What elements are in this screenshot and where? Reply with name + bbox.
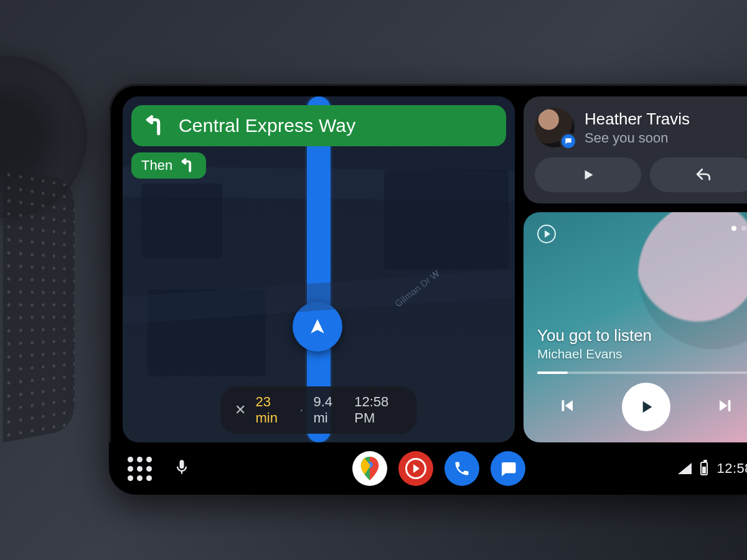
dashboard-speaker [3,167,75,443]
cell-signal-icon [678,463,692,474]
messages-app-button[interactable] [491,451,525,486]
next-step-chip[interactable]: Then [131,152,206,179]
media-source-icon [537,225,556,243]
direction-road-name: Central Express Way [179,115,355,136]
sender-name: Heather Travis [585,110,690,129]
phone-icon [453,460,471,477]
map-block [384,170,509,269]
turn-left-icon [180,157,196,174]
microphone-icon [173,459,190,476]
maps-icon [360,457,379,480]
app-launcher-button[interactable] [128,457,152,481]
page-indicator[interactable] [731,226,747,231]
play-message-button[interactable] [535,157,641,192]
voice-assistant-button[interactable] [173,459,190,478]
messages-app-badge-icon [560,133,577,150]
phone-app-button[interactable] [444,451,479,486]
battery-icon [700,462,708,475]
eta-duration: 23 min [256,394,290,426]
media-card[interactable]: You got to listen Michael Evans [524,212,747,442]
vehicle-marker [293,302,342,352]
map-block [148,289,266,376]
turn-left-icon [144,114,167,138]
previous-track-button[interactable] [557,396,576,418]
separator-dot: · [299,402,303,418]
eta-arrival: 12:58 PM [354,394,403,426]
app-dock: 12:58 [109,442,747,495]
play-pause-button[interactable] [622,383,670,431]
eta-bar[interactable]: ✕ 23 min · 9.4 mi 12:58 PM [221,386,417,434]
skip-previous-icon [557,396,576,415]
map-block [141,184,222,258]
street-label: Gilman Dr W [393,268,441,309]
then-label: Then [141,157,172,174]
reply-button[interactable] [650,157,747,192]
youtube-music-app-button[interactable] [398,451,433,486]
play-icon [580,167,596,183]
status-clock: 12:58 [716,460,747,477]
skip-next-icon [716,396,735,415]
eta-distance: 9.4 mi [313,394,344,426]
playback-progress[interactable] [537,371,747,374]
navigation-arrow-icon [308,317,327,337]
track-artist: Michael Evans [537,347,747,362]
reply-icon [695,167,712,183]
navigation-card[interactable]: Gilman Dr W Central Express Way Then ✕ [123,96,515,442]
youtube-music-icon [405,458,426,479]
message-card[interactable]: Heather Travis See you soon [524,96,747,203]
close-icon[interactable]: ✕ [235,402,246,418]
message-body: See you soon [585,130,690,146]
maps-app-button[interactable] [352,451,387,486]
play-icon [636,397,656,417]
next-track-button[interactable] [716,396,735,418]
track-title: You got to listen [537,326,747,345]
sender-avatar [535,108,575,147]
messages-icon [499,459,517,478]
direction-banner[interactable]: Central Express Way [131,105,506,146]
head-unit: Gilman Dr W Central Express Way Then ✕ [109,84,747,495]
